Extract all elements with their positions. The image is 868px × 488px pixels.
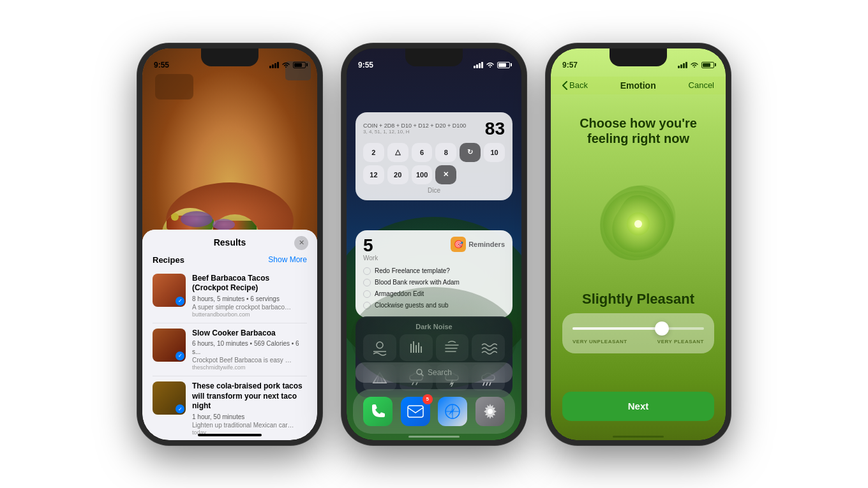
- reminders-count-area: 5 Work: [363, 237, 378, 262]
- signal-icon-1: [269, 62, 279, 68]
- recipe-title-3: These cola-braised pork tacos will trans…: [192, 381, 307, 411]
- recipe-badge-1: ✓: [176, 297, 184, 306]
- notch-1: [201, 48, 258, 66]
- recipe-desc-1: A super simple crockpot barbacoa recip..…: [192, 304, 294, 311]
- dice-btn-12[interactable]: 12: [363, 165, 384, 184]
- emotion-question-text: Choose how you're feeling right now: [570, 115, 707, 146]
- recipe-item-1[interactable]: ✓ Beef Barbacoa Tacos (Crockpot Recipe) …: [142, 270, 317, 322]
- divider-2: [153, 376, 307, 376]
- wifi-icon-1: [281, 62, 290, 68]
- emotion-label: Slightly Pleasant: [551, 291, 726, 307]
- battery-icon-1: [293, 62, 306, 68]
- dice-btn-6[interactable]: 6: [412, 143, 433, 162]
- reminder-text-2: Blood Bank rework with Adam: [375, 279, 460, 286]
- wifi-icon-3: [690, 62, 699, 68]
- home-indicator-3: [613, 436, 664, 438]
- dice-btn-reroll[interactable]: ↻: [460, 143, 481, 162]
- slider-labels: VERY UNPLEASANT VERY PLEASANT: [572, 339, 704, 344]
- recipe-source-2: theschmidtywife.com: [192, 364, 307, 371]
- recipe-desc-2: Crockpot Beef Barbacoa is easy & delici.…: [192, 357, 294, 364]
- phone-3: 9:57: [546, 43, 731, 445]
- dock-mail[interactable]: 5: [401, 397, 430, 426]
- dice-btn-8[interactable]: 8: [435, 143, 456, 162]
- reminder-text-1: Redo Freelance template?: [375, 267, 450, 274]
- dice-subtitle: 3, 4, 51, 1, 12, 10, H: [363, 129, 466, 135]
- phone2-background: 9:55: [347, 48, 521, 440]
- dice-btn-20[interactable]: 20: [387, 165, 408, 184]
- slider-track[interactable]: [572, 322, 704, 335]
- recipe-info-3: These cola-braised pork tacos will trans…: [192, 381, 307, 436]
- emotion-flower[interactable]: [581, 166, 696, 281]
- results-sheet: Results ✕ Recipes Show More ✓ Beef Barba…: [142, 230, 317, 440]
- section-header-recipes: Recipes Show More: [142, 253, 317, 270]
- cabbage: [181, 211, 213, 227]
- back-button[interactable]: Back: [562, 80, 588, 90]
- reminders-category: Work: [363, 255, 378, 262]
- recipe-info-1: Beef Barbacoa Tacos (Crockpot Recipe) 8 …: [192, 274, 307, 318]
- notch-2: [405, 48, 463, 66]
- recipe-item-3[interactable]: ✓ These cola-braised pork tacos will tra…: [142, 378, 317, 440]
- time-1: 9:55: [154, 61, 169, 70]
- recipe-desc-3: Lighten up traditional Mexican carnitas …: [192, 422, 294, 429]
- recipe-thumb-3: ✓: [153, 381, 186, 415]
- status-icons-1: [269, 62, 306, 68]
- phone3-background: 9:57: [551, 48, 726, 440]
- reminder-item-1[interactable]: Redo Freelance template?: [363, 265, 505, 277]
- reminder-circle-1: [363, 267, 371, 275]
- results-title: Results: [214, 237, 246, 248]
- home-indicator-2: [408, 436, 460, 438]
- status-icons-3: [678, 62, 714, 68]
- mail-icon: [407, 405, 424, 418]
- notch-3: [610, 48, 667, 66]
- svg-rect-17: [408, 406, 423, 417]
- recipe-meta-1: 8 hours, 5 minutes • 6 servings: [192, 295, 307, 303]
- dock-phone[interactable]: [363, 397, 393, 426]
- reminders-icon-area: 🎯 Reminders: [451, 237, 505, 252]
- dice-label: Dice: [363, 187, 505, 194]
- dice-btn-2[interactable]: 2: [363, 143, 384, 162]
- recipe-info-2: Slow Cooker Barbacoa 6 hours, 10 minutes…: [192, 329, 307, 371]
- chevron-left-icon: [562, 81, 567, 90]
- close-button[interactable]: ✕: [294, 236, 308, 250]
- divider-1: [153, 323, 307, 323]
- dock-settings[interactable]: [475, 397, 505, 426]
- dice-btn-100[interactable]: 100: [412, 165, 433, 184]
- section-label: Recipes: [153, 255, 184, 265]
- reminder-circle-3: [363, 290, 371, 298]
- dice-formula: COIN + 2D8 + D10 + D12 + D20 + D100: [363, 122, 466, 129]
- phone-object: [155, 74, 193, 100]
- phone-icon: [370, 403, 386, 420]
- phone-1: 9:55: [137, 43, 322, 445]
- recipe-source-1: butterandbourbon.com: [192, 311, 307, 318]
- battery-icon-3: [701, 62, 714, 68]
- show-more-link[interactable]: Show More: [268, 255, 307, 264]
- results-header: Results ✕: [142, 230, 317, 253]
- recipe-thumb-2: ✓: [153, 329, 186, 362]
- dice-result: 83: [485, 119, 505, 139]
- dice-btn-clear[interactable]: ✕: [435, 165, 456, 184]
- reminders-emoji-icon: 🎯: [451, 237, 466, 252]
- dice-btn-d4[interactable]: △: [387, 143, 408, 162]
- next-button[interactable]: Next: [562, 392, 714, 421]
- dice-header: COIN + 2D8 + D10 + D12 + D20 + D100 3, 4…: [363, 119, 505, 139]
- dice-formula-area: COIN + 2D8 + D10 + D12 + D20 + D100 3, 4…: [363, 122, 466, 135]
- mail-badge: 5: [423, 394, 433, 404]
- recipe-item-2[interactable]: ✓ Slow Cooker Barbacoa 6 hours, 10 minut…: [142, 325, 317, 375]
- signal-icon-3: [678, 62, 687, 68]
- earth-overlay: [351, 287, 517, 389]
- dice-btn-10[interactable]: 10: [484, 143, 505, 162]
- emotion-header: Back Emotion Cancel: [551, 77, 726, 94]
- cabbage2: [213, 219, 235, 230]
- signal-icon-2: [474, 62, 483, 68]
- phone-2: 9:55: [341, 43, 527, 445]
- wifi-icon-2: [486, 62, 495, 68]
- slider-fill: [572, 327, 664, 330]
- cancel-button[interactable]: Cancel: [689, 80, 714, 90]
- reminders-count: 5: [363, 237, 378, 255]
- svg-point-24: [634, 220, 642, 228]
- slider-thumb[interactable]: [655, 322, 669, 336]
- dock-safari[interactable]: [438, 397, 467, 426]
- battery-icon-2: [497, 62, 510, 68]
- recipe-meta-3: 1 hour, 50 minutes: [192, 413, 307, 421]
- time-2: 9:55: [358, 61, 373, 70]
